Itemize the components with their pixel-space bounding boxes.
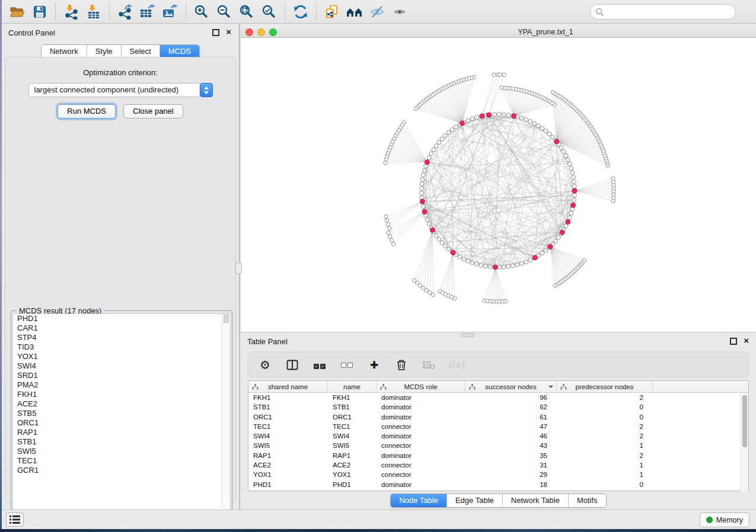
mcds-node[interactable] — [554, 139, 559, 144]
network-node[interactable] — [567, 216, 572, 220]
network-node[interactable] — [564, 153, 568, 158]
close-panel-icon[interactable]: × — [226, 27, 231, 37]
export-image-button[interactable] — [161, 3, 179, 21]
network-node[interactable] — [611, 177, 615, 180]
network-node[interactable] — [470, 117, 474, 121]
network-node[interactable] — [540, 251, 544, 255]
mcds-result-item[interactable]: PMA2 — [13, 380, 230, 390]
mcds-node[interactable] — [486, 113, 491, 117]
table-row[interactable]: SWI5SWI5connector431 — [248, 441, 748, 450]
network-node[interactable] — [440, 241, 444, 245]
network-node[interactable] — [420, 177, 425, 181]
search-input[interactable] — [590, 4, 736, 20]
tab-mcds[interactable]: MCDS — [160, 45, 199, 58]
network-node[interactable] — [544, 249, 548, 253]
first-neighbors-button[interactable] — [346, 3, 363, 21]
open-file-button[interactable] — [8, 3, 26, 21]
network-node[interactable] — [524, 118, 528, 122]
import-table-button[interactable] — [85, 3, 103, 21]
mcds-result-item[interactable]: SWI5 — [13, 447, 230, 456]
network-node[interactable] — [559, 146, 563, 150]
task-history-button[interactable] — [6, 512, 24, 527]
network-node[interactable] — [431, 293, 435, 296]
run-mcds-button[interactable]: Run MCDS — [58, 104, 116, 118]
network-node[interactable] — [427, 156, 431, 160]
network-node[interactable] — [420, 191, 424, 196]
function-builder-button[interactable]: f(x) — [449, 358, 463, 372]
network-node[interactable] — [387, 226, 391, 230]
network-node[interactable] — [434, 144, 438, 148]
mcds-node[interactable] — [533, 255, 538, 260]
network-node[interactable] — [432, 148, 436, 152]
network-node[interactable] — [520, 116, 524, 120]
network-node[interactable] — [498, 73, 502, 76]
network-node[interactable] — [536, 124, 540, 128]
network-node[interactable] — [384, 161, 387, 164]
network-node[interactable] — [387, 231, 390, 235]
table-row[interactable]: ORC1ORC1dominator610 — [248, 412, 748, 422]
network-node[interactable] — [511, 264, 515, 268]
close-panel-icon[interactable]: × — [744, 335, 749, 346]
table-row[interactable]: TEC1TEC1connector472 — [248, 422, 748, 431]
network-node[interactable] — [437, 140, 441, 145]
table-options-button[interactable]: ⚙ — [258, 358, 272, 372]
network-node[interactable] — [569, 211, 573, 216]
network-node[interactable] — [429, 152, 433, 156]
network-node[interactable] — [474, 116, 479, 120]
duplicate-network-button[interactable] — [323, 3, 341, 21]
network-canvas[interactable] — [241, 38, 756, 332]
mcds-node[interactable] — [548, 244, 553, 249]
network-node[interactable] — [422, 168, 426, 172]
scrollbar-thumb[interactable] — [224, 315, 229, 323]
column-header-name[interactable]: name — [328, 381, 377, 392]
float-panel-icon[interactable] — [212, 29, 219, 36]
scrollbar-thumb[interactable] — [742, 395, 747, 447]
delete-table-button[interactable] — [422, 358, 436, 372]
select-stepper-icon[interactable] — [200, 83, 213, 97]
network-node[interactable] — [551, 135, 555, 139]
network-node[interactable] — [452, 297, 456, 300]
mcds-node[interactable] — [512, 114, 516, 118]
mcds-node[interactable] — [425, 160, 430, 165]
zoom-in-button[interactable] — [193, 3, 210, 21]
network-node[interactable] — [582, 259, 586, 262]
network-node[interactable] — [479, 263, 483, 267]
delete-column-button[interactable] — [394, 358, 409, 372]
tab-network[interactable]: Network — [42, 45, 87, 58]
float-panel-icon[interactable] — [730, 338, 737, 345]
network-node[interactable] — [474, 262, 479, 266]
network-node[interactable] — [420, 182, 424, 186]
network-node[interactable] — [384, 214, 388, 218]
network-node[interactable] — [502, 265, 506, 269]
network-node[interactable] — [444, 133, 448, 137]
mcds-node[interactable] — [480, 114, 484, 118]
column-header-mcds-role[interactable]: MCDS role — [377, 381, 465, 392]
network-node[interactable] — [572, 198, 576, 202]
network-node[interactable] — [421, 204, 425, 209]
table-row[interactable]: SWI4SWI4dominator462 — [248, 431, 748, 441]
network-node[interactable] — [554, 239, 558, 243]
save-session-button[interactable] — [31, 3, 49, 21]
table-row[interactable]: YOX1YOX1connector291 — [248, 470, 748, 479]
network-node[interactable] — [484, 264, 488, 268]
network-node[interactable] — [492, 73, 496, 76]
refresh-button[interactable] — [292, 3, 310, 21]
network-node[interactable] — [420, 187, 424, 191]
column-header-shared-name[interactable]: shared name — [248, 381, 328, 392]
tab-style[interactable]: Style — [87, 45, 122, 58]
network-node[interactable] — [444, 244, 448, 248]
network-node[interactable] — [466, 118, 470, 123]
close-panel-button[interactable]: Close panel — [123, 104, 183, 118]
network-node[interactable] — [497, 113, 502, 117]
network-node[interactable] — [572, 193, 576, 197]
table-row[interactable]: ACE2ACE2connector311 — [248, 460, 748, 470]
mcds-result-item[interactable]: STB5 — [13, 409, 230, 418]
show-all-button[interactable] — [391, 3, 409, 21]
network-node[interactable] — [385, 219, 388, 222]
mcds-result-item[interactable]: PHD1 — [13, 314, 230, 323]
network-node[interactable] — [566, 158, 570, 162]
network-node[interactable] — [564, 224, 568, 228]
mcds-node[interactable] — [572, 188, 577, 193]
mcds-node[interactable] — [560, 230, 564, 235]
network-node[interactable] — [470, 261, 474, 265]
